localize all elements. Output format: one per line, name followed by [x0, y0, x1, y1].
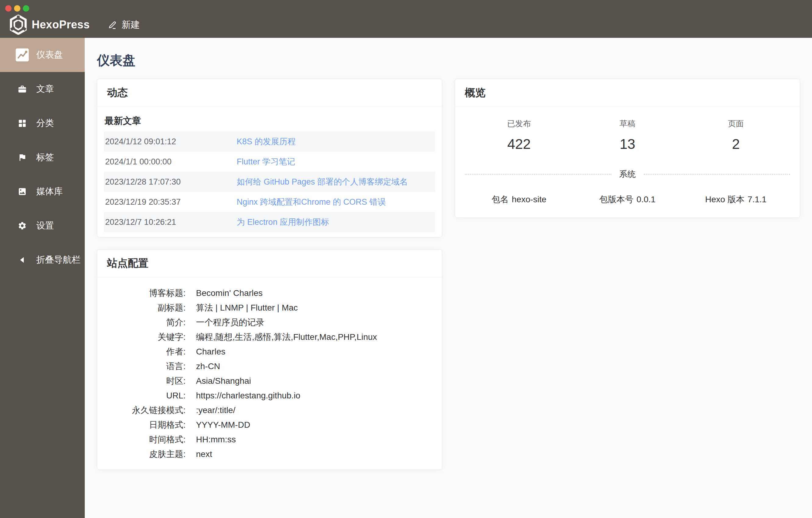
- config-row: 时间格式: HH:mm:ss: [107, 432, 432, 447]
- config-row: 关键字: 编程,随想,生活,感悟,算法,Flutter,Mac,PHP,Linu…: [107, 330, 432, 345]
- post-row: 2023/12/19 20:35:37 Nginx 跨域配置和Chrome 的 …: [104, 192, 435, 212]
- post-row: 2023/12/28 17:07:30 如何给 GitHub Pages 部署的…: [104, 172, 435, 192]
- flag-icon: [15, 150, 30, 165]
- stat-pages: 页面 2: [682, 118, 790, 152]
- system-package-version: 包版本号0.0.1: [573, 194, 682, 205]
- sidebar-item-label: 仪表盘: [36, 49, 63, 61]
- stat-label: 页面: [682, 118, 790, 129]
- topbar-content: HexoPress 新建: [0, 11, 812, 38]
- config-label: 关键字:: [107, 330, 185, 345]
- minimize-window-button[interactable]: [14, 5, 21, 11]
- sidebar-item-tags[interactable]: 标签: [0, 140, 85, 174]
- config-value: 算法 | LNMP | Flutter | Mac: [196, 300, 432, 315]
- system-info-label: 包版本号: [599, 195, 633, 204]
- sidebar-item-label: 折叠导航栏: [36, 254, 81, 266]
- sidebar-collapse-button[interactable]: 折叠导航栏: [0, 243, 85, 277]
- config-label: 作者:: [107, 345, 185, 359]
- sidebar-item-label: 文章: [36, 83, 54, 95]
- config-row: 时区: Asia/Shanghai: [107, 374, 432, 388]
- config-label: 时区:: [107, 374, 185, 388]
- overview-card-body: 已发布 422 草稿 13 页面 2 系统: [455, 107, 800, 218]
- sidebar-item-categories[interactable]: 分类: [0, 106, 85, 140]
- config-label: 日期格式:: [107, 418, 185, 432]
- config-value: next: [196, 447, 432, 462]
- post-date: 2023/12/19 20:35:37: [105, 197, 237, 207]
- close-window-button[interactable]: [5, 5, 11, 11]
- page-title: 仪表盘: [97, 52, 135, 69]
- config-value: YYYY-MM-DD: [196, 418, 432, 432]
- stat-value: 13: [573, 136, 682, 152]
- config-label: URL:: [107, 388, 185, 403]
- config-row: 永久链接模式: :year/:title/: [107, 403, 432, 418]
- post-title-link[interactable]: Flutter 学习笔记: [237, 156, 434, 167]
- stat-value: 422: [465, 136, 573, 152]
- config-value: zh-CN: [196, 359, 432, 374]
- system-package-name: 包名hexo-site: [465, 194, 573, 205]
- traffic-lights: [5, 5, 29, 11]
- system-divider: 系统: [465, 169, 790, 180]
- collapse-left-icon: [15, 253, 30, 267]
- latest-posts-table: 2024/1/12 09:01:12 K8S 的发展历程 2024/1/1 00…: [104, 132, 435, 232]
- stat-drafts: 草稿 13: [573, 118, 682, 152]
- post-date: 2024/1/1 00:00:00: [105, 157, 237, 167]
- stat-value: 2: [682, 136, 790, 152]
- stat-label: 已发布: [465, 118, 573, 129]
- gear-icon: [15, 218, 30, 233]
- sidebar-item-label: 设置: [36, 220, 54, 232]
- content-area: 仪表盘 动态 最新文章 2024/1/12 09:01:12 K8S 的发展历程…: [85, 38, 812, 518]
- pencil-icon: [108, 20, 117, 30]
- config-value: Asia/Shanghai: [196, 374, 432, 388]
- post-date: 2024/1/12 09:01:12: [105, 137, 237, 146]
- post-row: 2024/1/12 09:01:12 K8S 的发展历程: [104, 132, 435, 152]
- config-label: 语言:: [107, 359, 185, 374]
- media-library-icon: [15, 184, 30, 199]
- config-label: 永久链接模式:: [107, 403, 185, 418]
- sidebar-item-settings[interactable]: 设置: [0, 209, 85, 243]
- config-value: Charles: [196, 345, 432, 359]
- sidebar-item-media[interactable]: 媒体库: [0, 174, 85, 209]
- system-info-value: 7.1.1: [748, 195, 766, 204]
- app-title: HexoPress: [32, 18, 90, 31]
- site-config-body: 博客标题: Becomin' Charles 副标题: 算法 | LNMP | …: [97, 277, 442, 469]
- config-value: 一个程序员的记录: [196, 315, 432, 330]
- system-info-label: Hexo 版本: [705, 195, 744, 204]
- sidebar-item-posts[interactable]: 文章: [0, 72, 85, 106]
- system-divider-label: 系统: [611, 169, 644, 180]
- config-label: 时间格式:: [107, 432, 185, 447]
- post-title-link[interactable]: 如何给 GitHub Pages 部署的个人博客绑定域名: [237, 176, 434, 187]
- site-config-card: 站点配置 博客标题: Becomin' Charles 副标题: 算法 | LN…: [97, 249, 442, 470]
- hexopress-logo-icon: [10, 15, 27, 35]
- sidebar-item-dashboard[interactable]: 仪表盘: [0, 38, 85, 72]
- config-row: 皮肤主题: next: [107, 447, 432, 462]
- config-value: 编程,随想,生活,感悟,算法,Flutter,Mac,PHP,Linux: [196, 330, 432, 345]
- categories-icon: [15, 116, 30, 131]
- post-title-link[interactable]: Nginx 跨域配置和Chrome 的 CORS 错误: [237, 196, 434, 208]
- post-row: 2023/12/7 10:26:21 为 Electron 应用制作图标: [104, 212, 435, 232]
- activity-card: 动态 最新文章 2024/1/12 09:01:12 K8S 的发展历程 202…: [97, 79, 442, 237]
- config-label: 简介:: [107, 315, 185, 330]
- config-row: 博客标题: Becomin' Charles: [107, 286, 432, 300]
- new-post-button[interactable]: 新建: [108, 19, 140, 31]
- post-title-link[interactable]: K8S 的发展历程: [237, 136, 434, 147]
- overview-card-title: 概览: [455, 79, 800, 107]
- title-bar: HexoPress 新建: [0, 0, 812, 38]
- sidebar-nav: 仪表盘 文章 分类: [0, 38, 85, 518]
- stat-published: 已发布 422: [465, 118, 573, 152]
- config-value: Becomin' Charles: [196, 286, 432, 300]
- system-info-row: 包名hexo-site 包版本号0.0.1 Hexo 版本7.1.1: [465, 194, 790, 205]
- latest-posts-heading: 最新文章: [105, 115, 435, 127]
- zoom-window-button[interactable]: [23, 5, 29, 11]
- dashboard-icon: [15, 48, 30, 62]
- sidebar-item-label: 媒体库: [36, 186, 63, 198]
- stats-row: 已发布 422 草稿 13 页面 2: [465, 118, 790, 152]
- post-row: 2024/1/1 00:00:00 Flutter 学习笔记: [104, 152, 435, 172]
- activity-card-title: 动态: [97, 79, 442, 107]
- config-label: 副标题:: [107, 300, 185, 315]
- overview-card: 概览 已发布 422 草稿 13 页面 2: [455, 79, 800, 218]
- new-post-label: 新建: [122, 19, 140, 31]
- stat-label: 草稿: [573, 118, 682, 129]
- sidebar-item-label: 标签: [36, 151, 54, 164]
- config-value: :year/:title/: [196, 403, 432, 418]
- config-row: URL: https://charlestang.github.io: [107, 388, 432, 403]
- post-title-link[interactable]: 为 Electron 应用制作图标: [237, 217, 434, 227]
